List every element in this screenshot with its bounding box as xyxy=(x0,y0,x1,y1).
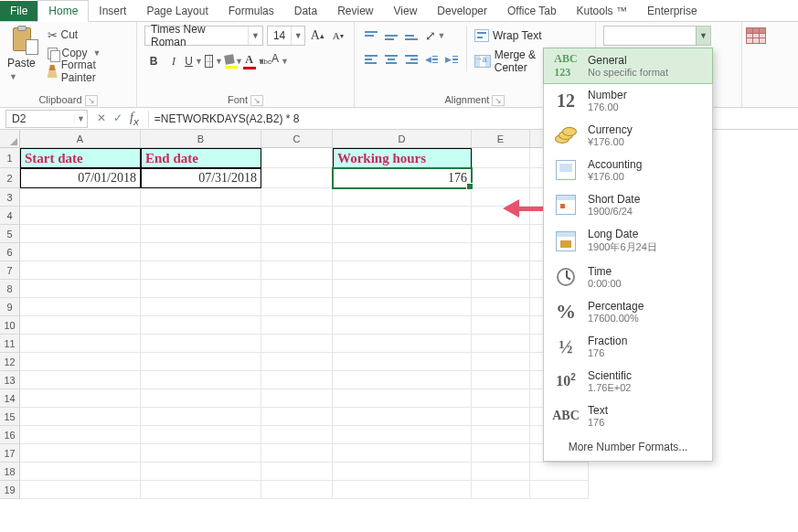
cell[interactable] xyxy=(333,389,472,408)
format-long-date[interactable]: Long Date1900年6月24日 xyxy=(544,222,712,260)
dialog-launcher-icon[interactable]: ↘ xyxy=(85,95,98,106)
cell[interactable] xyxy=(141,353,261,371)
cell[interactable] xyxy=(261,243,333,261)
tab-office-tab[interactable]: Office Tab xyxy=(497,1,567,21)
cell[interactable] xyxy=(20,225,141,243)
cell[interactable] xyxy=(20,335,141,353)
cell[interactable] xyxy=(333,280,472,298)
cell[interactable] xyxy=(472,243,530,261)
cell[interactable] xyxy=(20,408,141,426)
cell[interactable]: Start date xyxy=(20,148,141,168)
cell[interactable] xyxy=(261,481,333,499)
tab-file[interactable]: File xyxy=(0,1,37,21)
cell[interactable] xyxy=(261,389,333,408)
row-header[interactable]: 11 xyxy=(0,335,20,353)
format-general[interactable]: ABC123 GeneralNo specific format xyxy=(543,48,713,84)
format-short-date[interactable]: Short Date1900/6/24 xyxy=(544,187,712,222)
cell[interactable] xyxy=(141,335,261,353)
cell[interactable] xyxy=(333,243,472,261)
cell[interactable] xyxy=(472,408,530,426)
chevron-down-icon[interactable]: ▼ xyxy=(291,27,304,45)
cell[interactable] xyxy=(333,371,472,389)
cell[interactable] xyxy=(472,225,530,243)
cell[interactable] xyxy=(261,225,333,243)
cell[interactable] xyxy=(20,280,141,298)
row-header[interactable]: 12 xyxy=(0,353,20,371)
cell[interactable]: 07/01/2018 xyxy=(20,168,141,188)
cell[interactable] xyxy=(141,371,261,389)
cell[interactable] xyxy=(261,207,333,225)
align-top-button[interactable] xyxy=(362,26,380,46)
cell[interactable] xyxy=(20,389,141,408)
cell[interactable] xyxy=(472,148,530,168)
row-header[interactable]: 6 xyxy=(0,243,20,261)
chevron-down-icon[interactable]: ▼ xyxy=(696,27,710,45)
cell[interactable] xyxy=(261,298,333,316)
cell[interactable] xyxy=(20,463,141,481)
tab-formulas[interactable]: Formulas xyxy=(218,1,284,21)
enter-formula-icon[interactable]: ✓ xyxy=(113,112,122,124)
cell[interactable]: 07/31/2018 xyxy=(141,168,261,188)
cell[interactable] xyxy=(261,426,333,444)
format-time[interactable]: Time0:00:00 xyxy=(544,260,712,294)
cell[interactable] xyxy=(261,335,333,353)
cell[interactable] xyxy=(141,261,261,280)
row-header[interactable]: 5 xyxy=(0,225,20,243)
format-as-table-icon[interactable] xyxy=(746,27,766,44)
cell[interactable] xyxy=(333,463,472,481)
cell[interactable] xyxy=(472,481,530,499)
cell[interactable] xyxy=(261,408,333,426)
increase-font-button[interactable]: A▴ xyxy=(309,26,326,46)
cell[interactable] xyxy=(20,353,141,371)
cell[interactable] xyxy=(20,243,141,261)
font-size-combo[interactable]: 14▼ xyxy=(267,26,305,46)
row-header[interactable]: 8 xyxy=(0,280,20,298)
row-header[interactable]: 1 xyxy=(0,148,20,168)
col-header[interactable]: B xyxy=(141,130,261,148)
row-header[interactable]: 13 xyxy=(0,371,20,389)
format-percentage[interactable]: % Percentage17600.00% xyxy=(544,294,712,329)
borders-button[interactable]: ▼ xyxy=(205,51,223,71)
cell[interactable] xyxy=(141,243,261,261)
cell-selected[interactable]: 176 xyxy=(333,168,472,188)
cell[interactable] xyxy=(333,426,472,444)
tab-enterprise[interactable]: Enterprise xyxy=(637,1,708,21)
row-header[interactable]: 19 xyxy=(0,481,20,499)
cell[interactable] xyxy=(261,188,333,207)
cell[interactable] xyxy=(333,188,472,207)
chevron-down-icon[interactable]: ▼ xyxy=(7,72,17,81)
align-bottom-button[interactable] xyxy=(402,26,420,46)
tab-developer[interactable]: Developer xyxy=(427,1,497,21)
chevron-down-icon[interactable]: ▼ xyxy=(74,114,87,123)
cell[interactable] xyxy=(472,168,530,188)
number-format-combo[interactable]: ▼ xyxy=(603,26,711,46)
cell[interactable] xyxy=(20,188,141,207)
cell[interactable] xyxy=(261,353,333,371)
paste-button[interactable]: Paste▼ xyxy=(7,57,42,82)
cell[interactable] xyxy=(333,408,472,426)
format-currency[interactable]: Currency¥176.00 xyxy=(544,118,712,153)
dialog-launcher-icon[interactable]: ↘ xyxy=(250,95,263,106)
cell[interactable] xyxy=(141,389,261,408)
row-header[interactable]: 4 xyxy=(0,207,20,225)
cell[interactable]: Working hours xyxy=(333,148,472,168)
cell[interactable] xyxy=(20,426,141,444)
cell[interactable] xyxy=(261,316,333,335)
cell[interactable] xyxy=(530,463,589,481)
cell[interactable] xyxy=(261,463,333,481)
tab-data[interactable]: Data xyxy=(284,1,327,21)
orientation-button[interactable]: ⤢▼ xyxy=(422,26,448,46)
row-header[interactable]: 15 xyxy=(0,408,20,426)
format-scientific[interactable]: 102 Scientific1.76E+02 xyxy=(544,364,712,399)
row-header[interactable]: 9 xyxy=(0,298,20,316)
cell[interactable] xyxy=(472,463,530,481)
tab-insert[interactable]: Insert xyxy=(89,1,136,21)
align-left-button[interactable] xyxy=(362,49,380,69)
align-right-button[interactable] xyxy=(402,49,420,69)
cell[interactable] xyxy=(333,298,472,316)
cell[interactable] xyxy=(141,408,261,426)
more-number-formats[interactable]: More Number Formats... xyxy=(544,433,712,461)
row-header[interactable]: 10 xyxy=(0,316,20,335)
row-header[interactable]: 17 xyxy=(0,444,20,463)
cell[interactable] xyxy=(141,316,261,335)
